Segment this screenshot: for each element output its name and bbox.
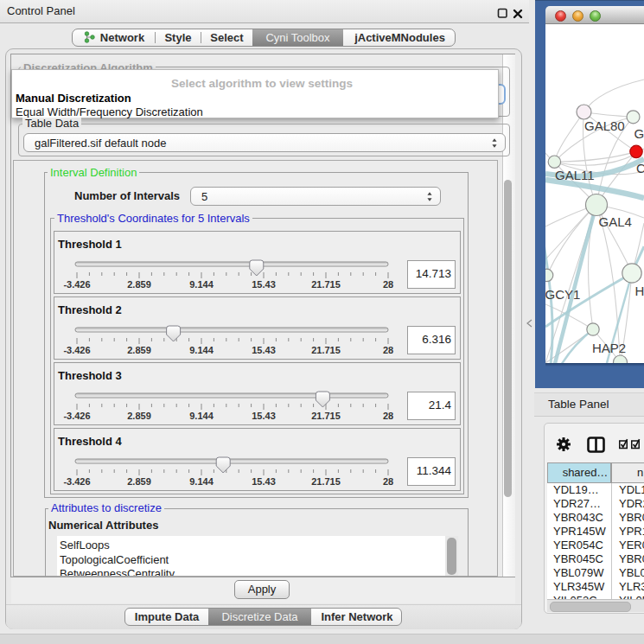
svg-text:GAL80: GAL80 [584, 118, 625, 133]
svg-text:H: H [635, 284, 644, 298]
svg-text:C: C [636, 161, 644, 175]
svg-text:GA: GA [634, 126, 644, 141]
svg-text:HAP2: HAP2 [592, 341, 626, 355]
svg-text:GCY1: GCY1 [545, 287, 580, 302]
svg-text:GAL11: GAL11 [555, 168, 595, 182]
svg-text:GAL4: GAL4 [599, 214, 632, 229]
